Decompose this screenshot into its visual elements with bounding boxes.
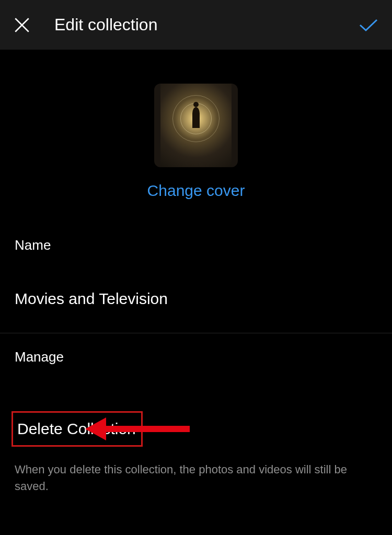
name-label: Name	[0, 237, 392, 253]
change-cover-button[interactable]: Change cover	[147, 182, 245, 200]
page-title: Edit collection	[54, 15, 157, 34]
delete-row: Delete Collection	[11, 411, 392, 447]
collection-name-input[interactable]	[0, 290, 392, 308]
close-icon[interactable]	[13, 16, 31, 34]
manage-label: Manage	[0, 349, 392, 365]
cover-image-art	[160, 84, 232, 167]
cover-image[interactable]	[154, 84, 238, 167]
delete-description: When you delete this collection, the pho…	[0, 461, 392, 495]
confirm-icon[interactable]	[358, 17, 379, 33]
header-bar: Edit collection	[0, 0, 392, 50]
cover-section: Change cover	[0, 50, 392, 200]
section-divider	[0, 333, 392, 333]
